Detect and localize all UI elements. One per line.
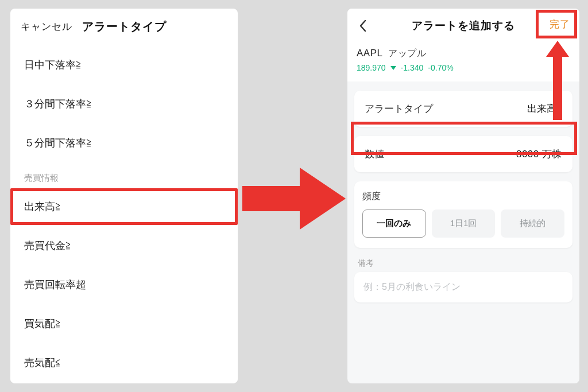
svg-marker-0 <box>242 168 346 230</box>
alert-type-field-value: 出来高≧ <box>527 102 562 115</box>
stock-symbol: AAPL <box>357 48 382 59</box>
notes-input[interactable]: 例：5月の利食いライン <box>354 272 572 302</box>
value-card[interactable]: 数値 8000 万株 <box>354 136 572 172</box>
add-alert-panel: アラートを追加する 完了 AAPL アップル 189.970 -1.340 -0… <box>347 9 579 383</box>
list-item[interactable]: ５分間下落率≧ <box>10 123 238 162</box>
list-item-volume[interactable]: 出来高≧ <box>10 187 238 226</box>
frequency-option-once[interactable]: 一回のみ <box>362 209 426 238</box>
list-item[interactable]: 日中下落率≧ <box>10 45 238 84</box>
list-item[interactable]: 売買回転率超 <box>10 265 238 304</box>
stock-change-pct: -0.70% <box>428 63 453 72</box>
stock-change-abs: -1.340 <box>401 63 424 72</box>
done-button[interactable]: 完了 <box>550 18 570 31</box>
cancel-button[interactable]: キャンセル <box>21 20 72 33</box>
page-title: アラートを追加する <box>347 18 579 33</box>
alert-type-list: 日中下落率≧ ３分間下落率≧ ５分間下落率≧ 売買情報 出来高≧ 売買代金≧ 売… <box>10 44 238 382</box>
section-label-trading: 売買情報 <box>10 162 238 187</box>
list-item[interactable]: ３分間下落率≧ <box>10 84 238 123</box>
notes-label: 備考 <box>358 258 572 269</box>
list-item[interactable]: 買気配≧ <box>10 304 238 343</box>
frequency-label: 頻度 <box>362 191 564 203</box>
alert-type-header: キャンセル アラートタイプ <box>10 9 238 44</box>
alert-type-panel: キャンセル アラートタイプ 日中下落率≧ ３分間下落率≧ ５分間下落率≧ 売買情… <box>10 9 238 383</box>
list-item[interactable]: 売買代金≧ <box>10 226 238 265</box>
stock-info: AAPL アップル 189.970 -1.340 -0.70% <box>347 43 579 81</box>
down-icon <box>390 66 396 70</box>
frequency-card: 頻度 一回のみ 1日1回 持続的 <box>354 181 572 248</box>
frequency-option-daily[interactable]: 1日1回 <box>432 209 496 238</box>
value-field-value: 8000 万株 <box>516 148 562 161</box>
stock-quote: 189.970 -1.340 -0.70% <box>357 63 570 72</box>
annotation-arrow-right <box>242 164 346 233</box>
alert-type-field-label: アラートタイプ <box>365 102 433 115</box>
value-field-label: 数値 <box>365 148 384 161</box>
frequency-option-continuous[interactable]: 持続的 <box>501 209 564 238</box>
stock-name: アップル <box>388 48 426 60</box>
add-alert-header: アラートを追加する 完了 <box>347 9 579 43</box>
stock-price: 189.970 <box>357 63 386 72</box>
alert-type-card[interactable]: アラートタイプ 出来高≧ <box>354 91 572 127</box>
back-button[interactable] <box>355 18 370 33</box>
list-item[interactable]: 売気配≦ <box>10 343 238 382</box>
